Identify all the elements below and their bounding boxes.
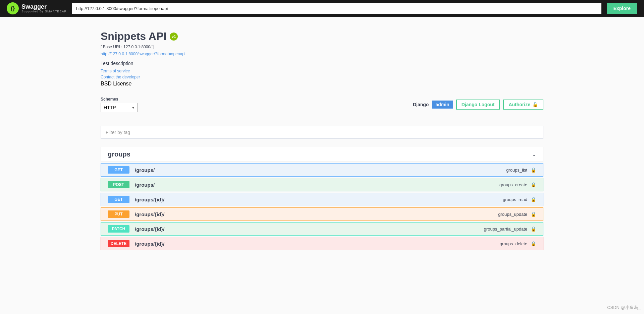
scheme-wrapper: HTTP HTTPS: [101, 103, 138, 112]
schemes-label: Schemes: [101, 97, 138, 102]
endpoint-name: groups_list: [506, 168, 527, 173]
explore-button[interactable]: Explore: [607, 3, 637, 14]
endpoint-name: groups_create: [499, 182, 527, 187]
section-header-groups[interactable]: groups ⌄: [101, 147, 543, 162]
method-badge-get: GET: [108, 196, 129, 203]
endpoint-lock-icon: 🔒: [531, 197, 536, 202]
api-section-groups: groups ⌄ GET /groups/ groups_list 🔒 POST…: [101, 147, 543, 250]
api-links: Terms of service Contact the developer B…: [101, 69, 543, 87]
endpoint-name: groups_read: [503, 197, 527, 202]
endpoint-path: /groups/: [135, 167, 506, 173]
api-title: Snippets API: [101, 30, 166, 43]
api-version-badge: v1: [170, 33, 178, 41]
base-url: [ Base URL: 127.0.0.1:8000/ ]: [101, 45, 543, 49]
method-badge-get: GET: [108, 166, 129, 174]
endpoint-path: /groups/{id}/: [135, 211, 498, 217]
endpoint-row[interactable]: DELETE /groups/{id}/ groups_delete 🔒: [101, 237, 543, 250]
top-navigation: {} Swagger Supported By SMARTBEAR Explor…: [0, 0, 644, 17]
api-description: Test description: [101, 61, 543, 66]
url-input[interactable]: [72, 3, 601, 14]
swagger-subtitle: Supported By SMARTBEAR: [21, 10, 67, 13]
endpoint-lock-icon: 🔒: [531, 167, 536, 173]
method-badge-delete: DELETE: [108, 240, 129, 247]
chevron-down-icon: ⌄: [532, 151, 536, 158]
method-badge-post: POST: [108, 181, 129, 188]
schemes-section: Schemes HTTP HTTPS: [101, 97, 138, 112]
terms-of-service-link[interactable]: Terms of service: [101, 69, 543, 73]
endpoint-row[interactable]: PUT /groups/{id}/ groups_update 🔒: [101, 207, 543, 221]
auth-section: Django admin Django Logout Authorize 🔓: [413, 100, 543, 110]
endpoint-path: /groups/{id}/: [135, 241, 500, 247]
endpoint-lock-icon: 🔒: [531, 182, 536, 187]
endpoint-row[interactable]: PATCH /groups/{id}/ groups_partial_updat…: [101, 222, 543, 236]
endpoint-name: groups_delete: [500, 241, 527, 246]
swagger-logo: {} Swagger Supported By SMARTBEAR: [7, 2, 67, 14]
api-spec-link[interactable]: http://127.0.0.1:8000/swagger/?format=op…: [101, 52, 185, 56]
authorize-label: Authorize: [508, 102, 530, 107]
controls-row: Schemes HTTP HTTPS Django admin Django L…: [101, 97, 543, 119]
api-info-section: Snippets API v1 [ Base URL: 127.0.0.1:80…: [101, 30, 543, 87]
method-badge-put: PUT: [108, 210, 129, 218]
endpoint-row[interactable]: GET /groups/{id}/ groups_read 🔒: [101, 193, 543, 206]
authorize-button[interactable]: Authorize 🔓: [503, 100, 543, 110]
license-text: BSD License: [101, 81, 543, 87]
method-badge-patch: PATCH: [108, 225, 129, 233]
swagger-logo-icon: {}: [7, 2, 19, 14]
svg-text:{}: {}: [11, 6, 15, 11]
contact-developer-link[interactable]: Contact the developer: [101, 75, 543, 79]
django-logout-button[interactable]: Django Logout: [456, 100, 500, 110]
endpoint-row[interactable]: GET /groups/ groups_list 🔒: [101, 163, 543, 177]
endpoint-path: /groups/: [135, 182, 499, 188]
swagger-title: Swagger: [21, 4, 67, 10]
endpoint-name: groups_partial_update: [484, 227, 527, 232]
endpoint-row[interactable]: POST /groups/ groups_create 🔒: [101, 178, 543, 191]
endpoint-lock-icon: 🔒: [531, 226, 536, 232]
endpoint-lock-icon: 🔒: [531, 241, 536, 246]
schemes-select[interactable]: HTTP HTTPS: [101, 103, 138, 112]
admin-badge: admin: [432, 101, 452, 109]
endpoint-path: /groups/{id}/: [135, 197, 503, 202]
api-title-row: Snippets API v1: [101, 30, 543, 43]
section-title-groups: groups: [108, 150, 130, 158]
filter-bar: [101, 126, 543, 139]
endpoint-name: groups_update: [498, 212, 527, 217]
endpoint-path: /groups/{id}/: [135, 226, 484, 232]
django-label: Django: [413, 102, 429, 107]
main-content: Snippets API v1 [ Base URL: 127.0.0.1:80…: [94, 17, 550, 262]
endpoint-lock-icon: 🔒: [531, 211, 536, 217]
filter-input[interactable]: [101, 126, 543, 139]
authorize-lock-icon: 🔓: [532, 102, 538, 107]
